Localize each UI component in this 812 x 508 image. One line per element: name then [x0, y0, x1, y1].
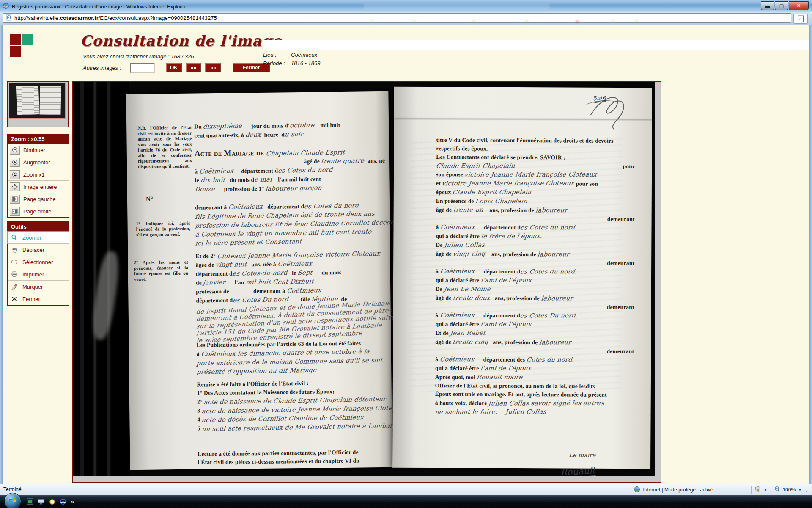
tool-item-zoomer[interactable]: Zoomer	[8, 232, 69, 244]
fit-icon	[10, 182, 20, 191]
tool-item-marquer[interactable]: Marquer	[8, 281, 69, 293]
zoom-item-augmenter[interactable]: Augmenter	[8, 156, 69, 168]
zoom-panel-items: DiminuerAugmenter1Zoom x1Image entièrePa…	[8, 144, 69, 217]
screen-artifacts	[359, 19, 656, 24]
zoom-item-zoom-x1[interactable]: 1Zoom x1	[8, 168, 69, 181]
svg-text:e: e	[8, 16, 10, 19]
doc-line-right: respectifs des époux.	[436, 144, 635, 154]
quicklaunch-show-desktop-icon[interactable]	[37, 498, 45, 505]
quicklaunch-clock-orange-icon[interactable]	[48, 498, 56, 505]
doc-line-right: âgé de vingt cinq ans, profession de lab…	[436, 249, 634, 259]
svg-text:e: e	[62, 499, 64, 504]
thumbnail-image[interactable]	[9, 83, 66, 119]
zoom-item-label: Page gauche	[23, 196, 56, 202]
ie-logo-icon: e	[3, 3, 9, 11]
zoom-panel-title: Zoom : x0.55	[8, 135, 69, 144]
minus-icon	[10, 146, 20, 155]
zoom-lens-icon[interactable]	[774, 486, 781, 494]
zoom-level[interactable]: 100%	[782, 487, 796, 493]
start-button[interactable]	[4, 493, 21, 508]
doc-line-right: à Coëtmieux département des Cotes du nor…	[436, 223, 634, 232]
svg-text:1: 1	[14, 172, 16, 177]
quicklaunch-desk-toggle-icon[interactable]	[26, 498, 34, 505]
doc-line-right: époux Claude Esprit Chapelain	[436, 188, 635, 197]
periode-label: Période :	[263, 60, 285, 66]
doc-line-right: Claude Esprit Chapelainpour	[436, 161, 635, 171]
quicklaunch-ie-icon[interactable]: e	[59, 498, 67, 505]
image-number-input[interactable]	[130, 63, 155, 73]
book-right-page: 5me titre V du Code civil, contenant l'é…	[392, 87, 652, 469]
browser-statusbar: Terminé Internet | Mode protégé : activé…	[0, 484, 812, 495]
titlebar: e Registres paroissiaux - Consultation d…	[0, 0, 812, 12]
register-scan-image[interactable]: N.B. l'Officier de l'Etat civil est invi…	[73, 82, 655, 476]
resize-grip[interactable]	[804, 487, 810, 493]
one-icon: 1	[10, 170, 20, 179]
doc-line-left: l'État civil des pièces ci-dessus mentio…	[198, 456, 388, 467]
thumbnail-panel	[7, 81, 69, 127]
tool-item-label: Fermer	[22, 296, 40, 302]
doc-line-right: âgé de trente un ans, profession de labo…	[436, 205, 635, 215]
zoom-item-label: Diminuer	[23, 147, 45, 153]
doc-line-right: qui a déclaré être l'ami de l'époux.	[435, 364, 634, 373]
zoom-caret-icon[interactable]: ▼	[798, 488, 802, 492]
zoom-item-label: Image entière	[23, 184, 57, 190]
lieu-label: Lieu :	[263, 52, 277, 58]
header-white-strip	[263, 40, 810, 50]
tools-panel: Outils ZoomerDéplacerSélectionnerImprime…	[7, 221, 69, 306]
zoom-item-label: Zoom x1	[23, 171, 45, 178]
doc-line-right: Époux sont unis en mariage. Et ont, aprè…	[435, 390, 634, 399]
page-left-icon	[10, 195, 20, 204]
doc-line-right: Les Contractants ont déclaré se prendre,…	[436, 153, 635, 162]
svg-text:e: e	[5, 3, 7, 8]
zoom-item-page-droite[interactable]: Page droite	[8, 205, 69, 217]
doc-line-right: à Coëtmieux département des Cotes Du nor…	[436, 311, 634, 320]
prev-images-button[interactable]: ««	[186, 63, 201, 72]
zoom-item-label: Page droite	[23, 208, 52, 215]
doc-line-right: qui a déclaré être le frère de l'époux.	[436, 232, 634, 241]
shield-caret-icon[interactable]: ▼	[763, 488, 767, 492]
window-border-left	[0, 25, 3, 484]
autres-images-label: Autres images :	[83, 65, 130, 71]
tool-item-label: Marquer	[22, 284, 43, 290]
doc-line-right: ne sachant le faire. Julien Collas	[435, 407, 634, 417]
maximize-button[interactable]: ▢	[775, 1, 788, 10]
window-border-right	[809, 25, 812, 484]
hand-icon	[10, 246, 19, 254]
zoom-item-page-gauche[interactable]: Page gauche	[8, 193, 69, 205]
tool-item-label: Imprimer	[22, 271, 44, 278]
close-button[interactable]: ✕	[789, 1, 809, 10]
compatibility-view-button[interactable]	[793, 14, 808, 24]
minimize-button[interactable]: ▬	[761, 1, 774, 10]
doc-line-right: demeurant	[436, 258, 634, 268]
frame-filler-right	[655, 82, 661, 482]
tool-item-label: Déplacer	[22, 247, 44, 253]
plus-icon	[10, 158, 20, 167]
left-page-text: Du dixseptième jour du mois d'octobre mi…	[194, 120, 388, 467]
quicklaunch-overflow-chevron[interactable]: »	[71, 499, 74, 505]
frame-filler-bottom	[73, 476, 655, 482]
tool-item-fermer[interactable]: Fermer	[8, 293, 69, 305]
doc-line-right: titre V du Code civil, contenant l'énumé…	[436, 136, 635, 145]
tool-item-selectionner[interactable]: Sélectionner	[8, 256, 69, 268]
doc-line-left: ici le père présent et Consentant	[195, 237, 386, 248]
shield-icon[interactable]	[755, 486, 761, 494]
doc-line-right: demeurant	[435, 346, 634, 356]
next-images-button[interactable]: »»	[205, 63, 221, 72]
book-left-page: N.B. l'Officier de l'Etat civil est invi…	[126, 91, 392, 470]
zoom-item-image-entiere[interactable]: Image entière	[8, 181, 69, 193]
tool-item-deplacer[interactable]: Déplacer	[8, 244, 69, 256]
doc-line-right: à haute voix, déclaré Julien Collas savo…	[435, 398, 634, 408]
doc-line-right: demeurant	[436, 302, 634, 312]
printer-icon	[10, 271, 19, 279]
page-icon: e	[6, 14, 12, 22]
ghost-window-artifact	[364, 3, 550, 9]
margin-note-2: 2° Après les noms et prénoms, énoncer si…	[134, 260, 188, 282]
security-zone: Internet | Mode protégé : activé	[634, 486, 748, 494]
ok-button[interactable]: OK	[166, 63, 182, 72]
broken-page-icon	[798, 15, 804, 22]
close-icon	[10, 295, 19, 303]
tools-panel-items: ZoomerDéplacerSélectionnerImprimerMarque…	[8, 232, 69, 305]
zoom-item-diminuer[interactable]: Diminuer	[8, 144, 69, 156]
tool-item-imprimer[interactable]: Imprimer	[8, 268, 69, 281]
doc-line-right: Officier de l'Etat civil, ai prononcé, a…	[435, 381, 634, 391]
